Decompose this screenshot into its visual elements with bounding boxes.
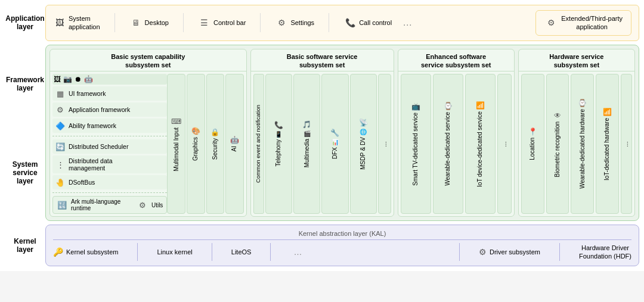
ark-label: Ark multi-language runtime: [71, 198, 134, 211]
basic-software-title: Basic software servicesubsystem set: [251, 49, 394, 72]
dfx-col: 🔧 📊 DFX: [321, 74, 348, 214]
subsystems-row: Basic system capabilitysubsystem set 🖼 📷…: [49, 49, 635, 217]
middle-content-area: Basic system capabilitysubsystem set 🖼 📷…: [45, 45, 639, 222]
telephony-label: Telephony: [275, 139, 282, 167]
enhanced-dots: …: [501, 141, 508, 147]
hardware-vcols: 📍 Location 👁 Biometric recognition ⌚ Wea…: [519, 71, 634, 216]
application-layer-content: 🖼 Systemapplication 🖥 Desktop ☰ Control …: [45, 5, 639, 41]
extended-application-box: ⚙ Extended/Third-partyapplication: [535, 10, 631, 36]
liteos-item: LiteOS: [231, 248, 252, 256]
kal-label: Kernel abstraction layer (KAL): [53, 230, 631, 240]
iot-hardware-col: 📶 IoT-dedicated hardware: [596, 74, 619, 214]
msdp-col: 📡 🌐 MSDP & DV: [350, 74, 377, 214]
dsoftbus-label: DSoftBus: [69, 179, 95, 186]
ui-framework-item: ▦ UI framework: [52, 86, 167, 101]
ability-framework-item: 🔷 Ability framework: [52, 119, 167, 133]
security-icon: 🔒: [210, 128, 219, 136]
linux-kernel-item: Linux kernel: [157, 248, 192, 256]
liteos-label: LiteOS: [231, 248, 252, 256]
kernel-div-2: [212, 243, 212, 261]
hardware-service-title: Hardware servicesubsystem set: [519, 49, 634, 72]
app-framework-icon: ⚙: [55, 104, 66, 115]
kernel-div-4: [459, 243, 460, 261]
common-event-label-bar: Common event and notification: [253, 74, 264, 214]
kernel-subsystem-label: Kernel subsystem: [66, 248, 118, 256]
dfx-label: DFX: [332, 147, 339, 159]
enhanced-software-service-box: Enhanced softwareservice subsystem set 📺…: [398, 49, 515, 217]
multimedia-label: Multimedia: [304, 139, 311, 167]
kernel-dots: …: [293, 247, 302, 257]
dist-scheduler-label: Distributed Scheduler: [69, 143, 128, 150]
settings-item: ⚙ Settings: [275, 16, 314, 29]
telephony-icon2: 📱: [275, 131, 282, 138]
dist-data-item: ⋮ Distributed datamanagement: [52, 155, 167, 173]
location-icon: 📍: [528, 127, 537, 136]
iot-hardware-label: IoT-dedicated hardware: [603, 118, 611, 180]
basic-system-capability-box: Basic system capabilitysubsystem set 🖼 📷…: [49, 49, 247, 217]
ai-icon: 🤖: [230, 136, 239, 144]
vertical-columns: ⌨ Multimodal Input 🎨 Graphics 🔒 Security: [167, 74, 243, 214]
ark-divider: [52, 192, 167, 193]
smart-tv-icon: 📺: [411, 102, 420, 111]
graphics-label: Graphics: [192, 137, 199, 161]
basic-software-inner: Common event and notification 📞 📱 Teleph…: [251, 71, 394, 216]
call-control-label: Call control: [359, 19, 392, 26]
dist-scheduler-icon: 🔄: [55, 141, 66, 152]
application-layer-row: Application layer 🖼 Systemapplication 🖥 …: [5, 5, 639, 41]
mid-divider: [52, 136, 167, 136]
msdp-icon: 📡: [359, 119, 368, 127]
kernel-div-5: [559, 243, 560, 261]
dfx-icon2: 📊: [332, 139, 339, 145]
application-layer-label: Application layer: [5, 5, 45, 41]
hw-dots: …: [623, 141, 630, 147]
ark-icon: 🔣: [57, 200, 67, 210]
ui-framework-icon: ▦: [55, 88, 66, 99]
location-label: Location: [529, 138, 536, 160]
kernel-layer-label: Kernel layer: [5, 225, 45, 266]
biometric-col: 👁 Biometric recognition: [546, 74, 569, 214]
desktop-icon: 🖥: [129, 16, 143, 29]
wearable-hardware-col: ⌚ Wearable-dedicated hardware: [571, 74, 594, 214]
call-control-item: 📞 Call control: [343, 16, 392, 29]
middle-row: Frameworklayer Systemservicelayer Basic …: [5, 45, 639, 222]
kernel-layer-row: Kernel layer Kernel abstraction layer (K…: [5, 225, 639, 266]
dsoftbus-item: 🤚 DSoftBus: [52, 175, 167, 189]
graphics-col: 🎨 Graphics: [187, 74, 205, 214]
extended-icon: ⚙: [544, 16, 558, 29]
kernel-layer-content: Kernel abstraction layer (KAL) 🔑 Kernel …: [45, 225, 639, 266]
more-apps-dots: …: [402, 17, 412, 28]
security-col: 🔒 Security: [206, 74, 225, 214]
middle-layer-labels: Frameworklayer Systemservicelayer: [5, 45, 45, 222]
system-application-icon: 🖼: [53, 16, 66, 29]
basic-system-capability-title: Basic system capabilitysubsystem set: [50, 49, 246, 72]
security-label: Security: [212, 138, 219, 160]
desktop-label: Desktop: [145, 19, 169, 26]
ui-framework-label: UI framework: [69, 90, 106, 97]
software-vcols: 📞 📱 Telephony 🎵 🎬 Multimedia 🔧: [265, 74, 391, 214]
ability-framework-icon: 🔷: [55, 120, 66, 131]
wearable-dedicated-icon: ⌚: [444, 102, 453, 110]
biometric-label: Biometric recognition: [554, 122, 561, 177]
kernel-subsystem-icon: 🔑: [53, 247, 63, 257]
call-control-icon: 📞: [343, 16, 357, 29]
app-framework-label: Application framework: [69, 106, 130, 113]
location-col: 📍 Location: [521, 74, 544, 214]
app-framework-item: ⚙ Application framework: [52, 102, 167, 117]
basic-system-inner: 🖼 📷 ⏺ 🤖 ▦ UI framework: [50, 71, 246, 216]
basic-soft-dots: …: [381, 141, 388, 147]
kernel-subsystem-item: 🔑 Kernel subsystem: [53, 247, 118, 257]
more-apps-item: …: [402, 17, 412, 28]
wearable-hardware-label: Wearable-dedicated hardware: [579, 109, 586, 189]
dist-scheduler-item: 🔄 Distributed Scheduler: [52, 139, 167, 154]
basic-software-service-box: Basic software servicesubsystem set Comm…: [250, 49, 394, 217]
wearable-hardware-icon: ⌚: [578, 99, 587, 107]
msdp-label: MSDP & DV: [360, 137, 367, 170]
desktop-item: 🖥 Desktop: [129, 16, 169, 29]
multimedia-col: 🎵 🎬 Multimedia: [293, 74, 320, 214]
driver-subsystem-icon: ⚙: [479, 247, 487, 257]
ark-row: 🔣 Ark multi-language runtime ⚙ Utils: [52, 196, 167, 214]
msdp-icon2: 🌐: [360, 129, 367, 135]
driver-subsystem-item: ⚙ Driver subsystem: [479, 247, 540, 257]
hw-more-col: …: [621, 74, 632, 214]
enhanced-software-title: Enhanced softwareservice subsystem set: [398, 49, 514, 72]
